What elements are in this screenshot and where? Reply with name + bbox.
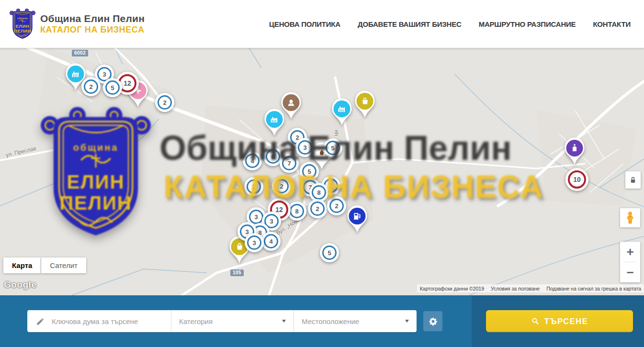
location-select-value: Местоположение bbox=[302, 317, 359, 325]
zoom-in-button[interactable]: + bbox=[620, 242, 640, 262]
main-nav: ЦЕНОВА ПОЛИТИКАДОБАВЕТЕ ВАШИЯТ БИЗНЕСМАР… bbox=[269, 20, 631, 28]
header: община ЕЛИН ПЕЛИН Община Елин Пелин КАТА… bbox=[0, 0, 644, 48]
category-select-value: Категория bbox=[179, 317, 213, 325]
search-icon bbox=[531, 317, 540, 325]
cluster-marker[interactable]: 3 bbox=[295, 138, 315, 157]
cluster-marker[interactable]: 5 bbox=[320, 243, 339, 262]
search-button-label: ТЪРСЕНЕ bbox=[544, 317, 588, 326]
cluster-marker[interactable]: 4 bbox=[243, 151, 262, 170]
cluster-marker[interactable]: 5 bbox=[103, 78, 122, 97]
search-fields-group: Категория Местоположение bbox=[27, 310, 417, 332]
pencil-icon bbox=[36, 317, 45, 326]
cluster-marker[interactable]: 2 bbox=[327, 196, 346, 215]
map-pin-factory-icon[interactable] bbox=[263, 108, 286, 140]
zoom-control: + − bbox=[620, 242, 640, 282]
chevron-down-icon bbox=[282, 320, 286, 323]
site-subtitle: КАТАЛОГ НА БИЗНЕСА bbox=[40, 25, 145, 35]
lock-icon bbox=[628, 175, 638, 185]
cluster-marker[interactable]: 3 bbox=[245, 233, 264, 252]
attribution-link[interactable]: Условия за ползване bbox=[491, 286, 540, 291]
road-number-chip: 105 bbox=[230, 269, 244, 276]
cluster-marker[interactable]: 2 bbox=[308, 199, 327, 218]
lock-button[interactable] bbox=[625, 171, 641, 189]
site-logo[interactable]: община ЕЛИН ПЕЛИН Община Елин Пелин КАТА… bbox=[10, 8, 145, 40]
svg-text:община: община bbox=[17, 17, 28, 20]
nav-link-0[interactable]: ЦЕНОВА ПОЛИТИКА bbox=[269, 20, 340, 28]
keyword-field bbox=[27, 310, 171, 332]
attribution-link[interactable]: Подаване на сигнал за грешка в картата bbox=[546, 286, 641, 291]
nav-link-3[interactable]: КОНТАКТИ bbox=[593, 20, 631, 28]
nav-link-1[interactable]: ДОБАВЕТЕ ВАШИЯТ БИЗНЕС bbox=[358, 20, 462, 28]
nav-link-2[interactable]: МАРШРУТНО РАЗПИСАНИЕ bbox=[479, 20, 576, 28]
map-pin-church-icon[interactable] bbox=[563, 137, 586, 168]
category-select[interactable]: Категория bbox=[171, 310, 294, 332]
map-pin-factory-icon[interactable] bbox=[330, 98, 353, 129]
municipality-crest-logo: община ЕЛИН ПЕЛИН bbox=[10, 8, 35, 40]
google-logo[interactable]: Google bbox=[4, 280, 36, 290]
map-pin-fuel-icon[interactable] bbox=[346, 205, 369, 236]
map-type-button[interactable]: Сателит bbox=[41, 257, 86, 273]
svg-text:ЕЛИН: ЕЛИН bbox=[16, 23, 29, 29]
chevron-down-icon bbox=[405, 320, 409, 323]
cluster-marker[interactable]: 5 bbox=[323, 138, 342, 157]
map-canvas[interactable]: ул. Преславбул. „Новоселци6002105 bbox=[0, 48, 644, 295]
cluster-marker[interactable]: 2 bbox=[272, 177, 291, 196]
gear-icon bbox=[428, 316, 438, 326]
cluster-marker[interactable]: 2 bbox=[155, 93, 174, 112]
location-select[interactable]: Местоположение bbox=[294, 310, 417, 332]
map-attribution: Картографски данни ©2019Условия за ползв… bbox=[417, 284, 644, 292]
cluster-marker[interactable]: 2 bbox=[244, 177, 263, 196]
road-number-chip: 6002 bbox=[72, 50, 88, 56]
advanced-settings-button[interactable] bbox=[423, 311, 442, 331]
map-type-switcher: КартаСателит bbox=[3, 257, 86, 273]
keyword-input[interactable] bbox=[51, 317, 171, 326]
zoom-out-button[interactable]: − bbox=[620, 262, 640, 282]
svg-text:ПЕЛИН: ПЕЛИН bbox=[14, 28, 31, 34]
cluster-marker[interactable]: 2 bbox=[81, 77, 101, 96]
map-pin-shopping-bag-icon[interactable] bbox=[353, 90, 376, 122]
cluster-marker[interactable]: 4 bbox=[261, 232, 281, 251]
pegman-button[interactable] bbox=[620, 208, 640, 227]
site-title: Община Елин Пелин bbox=[40, 13, 145, 24]
map-type-active-button[interactable]: Карта bbox=[3, 257, 41, 273]
cluster-marker[interactable]: 7 bbox=[280, 154, 299, 173]
pegman-icon bbox=[624, 211, 636, 225]
cluster-marker[interactable]: 10 bbox=[565, 168, 588, 191]
search-bar: Категория Местоположение ТЪРСЕНЕ bbox=[0, 295, 644, 347]
search-button[interactable]: ТЪРСЕНЕ bbox=[486, 310, 633, 332]
street-label: ци bbox=[332, 129, 339, 136]
attribution-text: Картографски данни ©2019 bbox=[420, 286, 484, 291]
